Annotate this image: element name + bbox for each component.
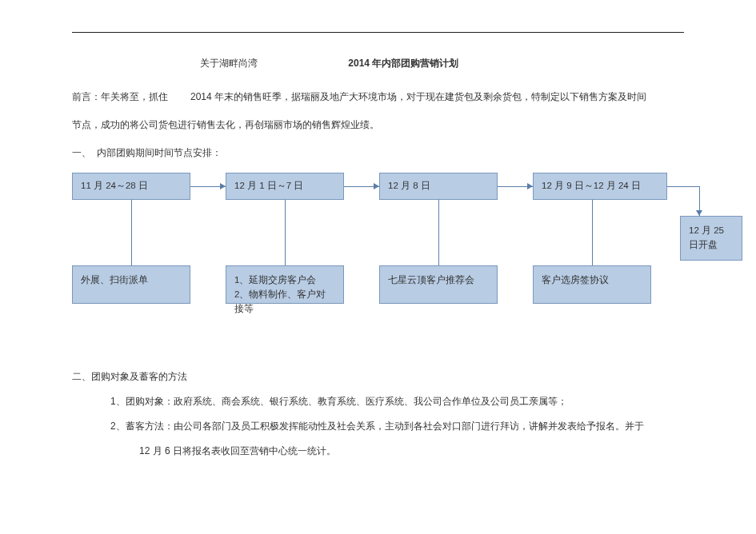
date-box-1: 11 月 24～28 日: [72, 173, 190, 200]
arrow-right-icon: [220, 183, 226, 189]
timeline-diagram: 11 月 24～28 日 12 月 1 日～7 日 12 月 8 日 12 月 …: [72, 173, 684, 341]
preface-1b: 2014 年末的销售旺季，据瑞丽及地产大环境市场，对于现在建货包及剩余货包，特制…: [190, 91, 646, 102]
arrow-down-icon: [696, 210, 702, 216]
date-box-2: 12 月 1 日～7 日: [226, 173, 344, 200]
arrow-right-icon: [527, 183, 533, 189]
section-2-heading: 二、团购对象及蓄客的方法: [72, 365, 684, 389]
title-line: 关于湖畔尚湾 2014 年内部团购营销计划: [72, 57, 684, 70]
connector-v-3: [438, 200, 439, 265]
preface-label: 前言：: [72, 91, 101, 102]
connector-v-2: [285, 200, 286, 265]
activity-box-4: 客户选房签协议: [533, 265, 651, 304]
section-1-num: 一、: [72, 141, 94, 165]
section-2: 二、团购对象及蓄客的方法 1、团购对象：政府系统、商会系统、银行系统、教育系统、…: [72, 365, 684, 464]
section-2-item-2: 2、蓄客方法：由公司各部门及员工积极发挥能动性及社会关系，主动到各社会对口部门进…: [72, 414, 684, 439]
activity-2-line-2: 2、物料制作、客户对接等: [234, 287, 335, 317]
connector-v-4: [592, 200, 593, 265]
section-2-item-1: 1、团购对象：政府系统、商会系统、银行系统、教育系统、医疗系统、我公司合作单位及…: [72, 389, 684, 414]
date-box-3: 12 月 8 日: [379, 173, 498, 200]
arrow-right-icon: [374, 183, 379, 189]
section-2-item-2b: 12 月 6 日将报名表收回至营销中心统一统计。: [72, 439, 684, 464]
activity-box-3: 七星云顶客户推荐会: [379, 265, 498, 304]
preface-1a: 年关将至，抓住: [101, 91, 168, 102]
activity-2-line-1: 1、延期交房客户会: [234, 273, 335, 287]
date-box-4: 12 月 9 日～12 月 24 日: [533, 173, 667, 200]
title-left: 关于湖畔尚湾: [200, 57, 258, 70]
title-right: 2014 年内部团购营销计划: [348, 57, 458, 70]
activity-box-1: 外展、扫街派单: [72, 265, 190, 304]
connector-v-1: [131, 200, 132, 265]
date-box-5: 12 月 25 日开盘: [680, 216, 742, 261]
top-rule: [72, 32, 684, 33]
preface-line-1: 前言：年关将至，抓住2014 年末的销售旺季，据瑞丽及地产大环境市场，对于现在建…: [72, 85, 684, 110]
connector-h-4: [667, 186, 699, 187]
section-1-title: 内部团购期间时间节点安排：: [97, 147, 222, 158]
preface-line-2: 节点，成功的将公司货包进行销售去化，再创瑞丽市场的销售辉煌业绩。: [72, 113, 684, 137]
activity-box-2: 1、延期交房客户会 2、物料制作、客户对接等: [226, 265, 344, 304]
section-1-heading: 一、 内部团购期间时间节点安排：: [72, 141, 684, 165]
